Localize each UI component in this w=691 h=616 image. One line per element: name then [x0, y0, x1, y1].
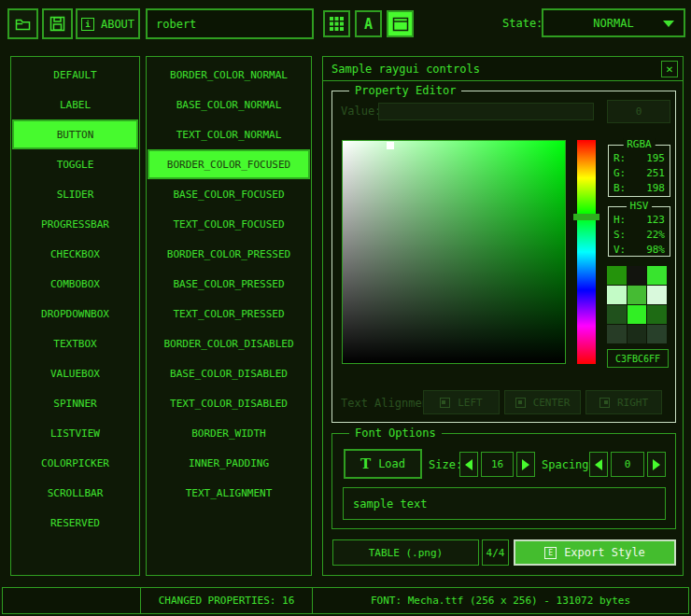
load-font-button[interactable]: T Load	[344, 449, 422, 479]
s-value: 22%	[646, 229, 665, 241]
list-item[interactable]: LABEL	[11, 90, 139, 119]
property-editor-group: Property Editor Value: 0 RGBA R: 195 G:	[331, 91, 676, 423]
align-center-button[interactable]: CENTER	[504, 390, 581, 414]
color-swatch[interactable]	[607, 266, 627, 285]
list-item[interactable]: BORDER_COLOR_PRESSED	[147, 239, 311, 269]
value-slider[interactable]	[378, 103, 594, 120]
list-item[interactable]: SCROLLBAR	[11, 478, 139, 508]
color-swatch[interactable]	[628, 305, 647, 324]
color-swatch[interactable]	[628, 266, 647, 285]
spacing-value-box[interactable]: 0	[611, 452, 644, 477]
list-item[interactable]: BORDER_COLOR_NORMAL	[147, 60, 311, 90]
value-label: Value:	[341, 105, 381, 118]
align-left-button[interactable]: LEFT	[423, 390, 500, 414]
size-decrease-button[interactable]	[459, 452, 478, 477]
list-item[interactable]: BASE_COLOR_NORMAL	[147, 90, 311, 119]
about-button[interactable]: i ABOUT	[76, 8, 140, 39]
export-style-button[interactable]: E Export Style	[514, 539, 676, 566]
save-file-button[interactable]	[42, 8, 73, 39]
hsv-h-row: H: 123	[609, 212, 670, 227]
align-left-label: LEFT	[458, 397, 483, 409]
rgba-label: RGBA	[623, 138, 656, 150]
spacing-label: Spacing:	[542, 458, 596, 471]
export-format-index[interactable]: 4/4	[482, 539, 509, 566]
spacing-increase-button[interactable]	[647, 452, 666, 477]
list-item[interactable]: BASE_COLOR_PRESSED	[147, 269, 311, 299]
size-value-box[interactable]: 16	[481, 452, 514, 477]
sample-text-input[interactable]: sample text	[343, 487, 666, 520]
color-picker-panel[interactable]	[342, 140, 566, 364]
color-swatch[interactable]	[607, 305, 627, 324]
state-label: State:	[502, 17, 543, 30]
color-swatch[interactable]	[647, 325, 667, 343]
list-item[interactable]: TEXTBOX	[11, 329, 139, 358]
chevron-left-icon	[465, 459, 472, 470]
color-swatch[interactable]	[628, 286, 647, 304]
status-changed-properties: CHANGED PROPERTIES: 16	[141, 588, 313, 613]
font-view-button[interactable]: A	[355, 10, 382, 37]
window-view-button[interactable]	[387, 10, 414, 37]
export-format-button[interactable]: TABLE (.png)	[332, 539, 479, 566]
list-item[interactable]: TEXT_COLOR_DISABLED	[147, 388, 311, 418]
list-item[interactable]: BORDER_COLOR_FOCUSED	[148, 149, 310, 179]
list-item[interactable]: CHECKBOX	[11, 239, 139, 269]
align-center-icon	[515, 398, 526, 408]
list-item[interactable]: BUTTON	[12, 119, 138, 149]
open-file-button[interactable]	[7, 8, 38, 39]
list-item[interactable]: TEXT_COLOR_PRESSED	[147, 299, 311, 329]
r-value: 195	[646, 152, 665, 164]
align-center-label: CENTER	[533, 397, 571, 409]
list-item[interactable]: TEXT_ALIGNMENT	[147, 478, 311, 508]
size-increase-button[interactable]	[516, 452, 535, 477]
value-box[interactable]: 0	[607, 100, 670, 123]
list-item[interactable]: BORDER_WIDTH	[147, 418, 311, 448]
list-item[interactable]: RESERVED	[11, 508, 139, 538]
b-value: 198	[646, 182, 665, 194]
color-swatch[interactable]	[607, 325, 627, 343]
list-item[interactable]: TOGGLE	[11, 149, 139, 179]
color-swatch[interactable]	[647, 266, 667, 285]
color-picker-cursor[interactable]	[387, 142, 394, 149]
floppy-save-icon	[49, 15, 66, 33]
hue-bar[interactable]	[577, 140, 596, 364]
list-item[interactable]: SLIDER	[11, 179, 139, 209]
grid-view-button[interactable]	[323, 10, 350, 37]
r-label: R:	[613, 152, 626, 164]
color-swatch[interactable]	[628, 325, 647, 343]
list-item[interactable]: INNER_PADDING	[147, 448, 311, 478]
hex-color-input[interactable]: C3FBC6FF	[607, 349, 669, 368]
list-item[interactable]: DROPDOWNBOX	[11, 299, 139, 329]
list-item[interactable]: BASE_COLOR_FOCUSED	[147, 179, 311, 209]
color-swatch[interactable]	[607, 286, 627, 304]
hsv-label: HSV	[627, 200, 653, 212]
toolbar: i ABOUT A State:	[0, 0, 691, 50]
align-right-button[interactable]: RIGHT	[585, 390, 662, 414]
list-item[interactable]: SPINNER	[11, 388, 139, 418]
style-name-input[interactable]	[146, 8, 314, 39]
close-button[interactable]: ✕	[661, 61, 678, 77]
list-item[interactable]: BORDER_COLOR_DISABLED	[147, 329, 311, 358]
window-titlebar[interactable]: Sample raygui controls ✕	[323, 57, 683, 81]
color-swatch[interactable]	[647, 305, 667, 324]
spacing-value: 0	[625, 458, 631, 470]
list-item[interactable]: LISTVIEW	[11, 418, 139, 448]
export-icon: E	[544, 547, 557, 559]
list-item[interactable]: BASE_COLOR_DISABLED	[147, 358, 311, 388]
font-a-icon: A	[364, 16, 373, 33]
color-swatch[interactable]	[647, 286, 667, 304]
list-item[interactable]: COMBOBOX	[11, 269, 139, 299]
list-item[interactable]: TEXT_COLOR_NORMAL	[147, 119, 311, 149]
list-item[interactable]: COLORPICKER	[11, 448, 139, 478]
list-item[interactable]: PROGRESSBAR	[11, 209, 139, 239]
spacing-decrease-button[interactable]	[589, 452, 608, 477]
rgba-g-row: G: 251	[609, 165, 670, 180]
hue-slider-handle[interactable]	[573, 214, 599, 220]
list-item[interactable]: VALUEBOX	[11, 358, 139, 388]
export-style-label: Export Style	[564, 546, 645, 559]
hsv-v-row: V: 98%	[609, 242, 670, 257]
list-item[interactable]: DEFAULT	[11, 60, 139, 90]
b-label: B:	[613, 182, 626, 194]
state-dropdown[interactable]: NORMAL	[542, 8, 685, 37]
list-item[interactable]: TEXT_COLOR_FOCUSED	[147, 209, 311, 239]
font-options-group: Font Options T Load Size: 16 Spacing: 0	[331, 433, 676, 529]
